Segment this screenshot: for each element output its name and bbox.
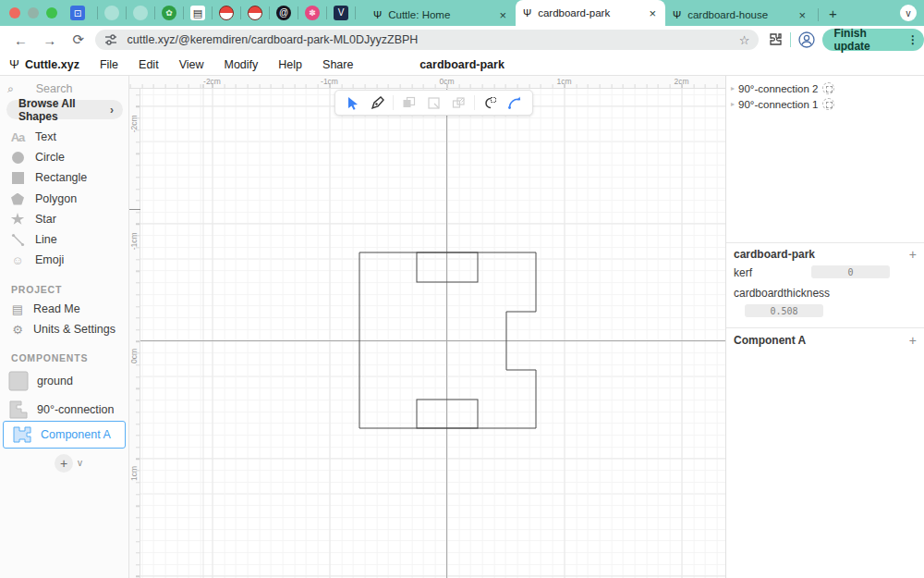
pinned-tab-icon[interactable]: ✿	[162, 6, 176, 20]
divider	[154, 6, 155, 19]
outline-item-90-connection-2[interactable]: ▸ 90°-connection 2	[726, 80, 924, 96]
pinned-tab-icon[interactable]: V	[334, 6, 348, 20]
window-maximize-button[interactable]	[46, 7, 57, 18]
ruler-label: 1cm	[129, 466, 139, 481]
param-name-kerf: kerf	[734, 266, 752, 279]
menu-file[interactable]: File	[100, 58, 118, 71]
tab-close-icon[interactable]: ×	[497, 8, 508, 22]
divider	[126, 6, 127, 19]
sidebar-item-units-settings[interactable]: ⚙ Units & Settings	[0, 319, 129, 339]
divider	[790, 32, 791, 47]
cuttle-logo-icon: Ψ	[9, 57, 19, 71]
component-item-component-a[interactable]: Component A	[3, 421, 126, 449]
tab-cuttle-home[interactable]: Ψ Cuttle: Home ×	[366, 4, 516, 26]
search-input[interactable]	[36, 82, 119, 95]
menu-help[interactable]: Help	[278, 58, 302, 71]
extensions-icon[interactable]	[768, 32, 783, 47]
shape-item-emoji[interactable]: ☺ Emoji	[0, 250, 129, 270]
chevron-right-icon: ›	[110, 104, 114, 117]
finish-update-menu-icon[interactable]: ⋮	[907, 33, 918, 46]
browser-profile-avatar[interactable]: ⊡	[70, 6, 85, 20]
chevron-down-icon[interactable]: v	[78, 458, 82, 468]
window-close-button[interactable]	[9, 7, 20, 18]
search-icon: ⌕	[7, 82, 14, 95]
horizontal-ruler: -2cm -1cm 0cm 1cm 2cm	[129, 76, 725, 89]
project-params-title: cardboard-park	[734, 248, 909, 261]
add-parameter-button[interactable]: +	[909, 247, 917, 262]
tab-title: Cuttle: Home	[388, 9, 497, 20]
boolean-subtract-icon	[424, 93, 443, 112]
select-tool-icon[interactable]	[344, 93, 362, 112]
forward-button[interactable]: →	[42, 32, 57, 48]
tab-cardboard-park[interactable]: Ψ cardboard-park ×	[516, 0, 665, 26]
tab-cardboard-house[interactable]: Ψ cardboard-house ×	[665, 4, 815, 26]
pinned-tab-icon[interactable]: @	[276, 6, 291, 20]
url-text[interactable]: cuttle.xyz/@keremdiren/cardboard-park-ML…	[127, 33, 738, 46]
pinned-tab-icon[interactable]: ▤	[190, 6, 205, 20]
shape-item-circle[interactable]: Circle	[0, 147, 129, 167]
component-thumbnail	[8, 371, 29, 391]
outline-item-90-connection-1[interactable]: ▸ 90°-connection 1	[726, 96, 924, 112]
polygon-icon	[11, 193, 24, 205]
component-item-90-connection[interactable]: 90°-connection	[0, 396, 129, 424]
instance-badge-icon[interactable]	[822, 98, 834, 110]
finish-update-button[interactable]: Finish update ⋮	[822, 29, 924, 51]
bookmark-star-icon[interactable]: ☆	[739, 33, 750, 47]
shape-label: Circle	[35, 151, 65, 164]
site-info-icon[interactable]	[104, 33, 117, 46]
new-tab-button[interactable]: +	[829, 6, 837, 21]
tab-close-icon[interactable]: ×	[647, 6, 658, 20]
menu-edit[interactable]: Edit	[139, 58, 159, 71]
sidebar-item-readme[interactable]: ▤ Read Me	[0, 299, 129, 319]
add-component-button[interactable]: +	[55, 454, 73, 473]
param-value-kerf[interactable]: 0	[811, 265, 890, 278]
shape-item-polygon[interactable]: Polygon	[0, 189, 129, 209]
snap-grid-tool-icon[interactable]	[480, 93, 499, 112]
disclosure-triangle-icon[interactable]: ▸	[731, 84, 735, 92]
pinned-tab-icon[interactable]	[219, 6, 234, 20]
pinned-tab-icon[interactable]	[104, 6, 119, 20]
menu-modify[interactable]: Modify	[225, 58, 259, 71]
ruler-label: 0cm	[439, 77, 454, 86]
tab-close-icon[interactable]: ×	[796, 8, 808, 22]
shape-item-line[interactable]: Line	[0, 229, 129, 250]
window-minimize-button[interactable]	[28, 7, 39, 18]
disclosure-triangle-icon[interactable]: ▸	[731, 100, 735, 108]
menu-view[interactable]: View	[179, 58, 204, 71]
rectangle-icon	[12, 172, 24, 184]
gear-icon: ⚙	[7, 323, 28, 337]
add-parameter-button[interactable]: +	[909, 333, 917, 348]
tab-search-chevron-button[interactable]: v	[900, 5, 917, 21]
profile-icon[interactable]	[798, 31, 815, 48]
component-a-geometry[interactable]	[129, 76, 725, 578]
browse-all-shapes-button[interactable]: Browse All Shapes ›	[6, 100, 123, 119]
cuttle-favicon: Ψ	[373, 9, 382, 20]
project-params-section: cardboard-park +	[726, 245, 924, 264]
pinned-tab-icon[interactable]	[248, 6, 262, 20]
back-button[interactable]: ←	[13, 32, 29, 48]
cuttle-favicon: Ψ	[523, 7, 531, 18]
line-icon	[11, 233, 25, 247]
design-canvas[interactable]: -2cm -1cm 0cm 1cm 2cm -2cm -1cm 0cm 1cm …	[129, 76, 725, 578]
shape-label: Emoji	[35, 253, 64, 266]
search-row: ⌕	[0, 80, 129, 98]
pinned-tab-icon[interactable]: ✽	[305, 6, 320, 20]
boolean-union-icon	[400, 93, 419, 112]
param-value-cardboardthickness[interactable]: 0.508	[745, 304, 823, 317]
divider	[726, 242, 924, 243]
ruler-label: -2cm	[129, 115, 139, 132]
reload-button[interactable]: ⟳	[70, 31, 86, 48]
instance-badge-icon[interactable]	[822, 82, 834, 94]
address-bar[interactable]: cuttle.xyz/@keremdiren/cardboard-park-ML…	[95, 30, 759, 50]
rotate-copy-tool-icon[interactable]	[505, 93, 524, 112]
shape-item-text[interactable]: Aa Text	[0, 127, 129, 147]
pen-tool-icon[interactable]	[369, 93, 387, 112]
brand-name[interactable]: Cuttle.xyz	[25, 58, 79, 71]
component-item-ground[interactable]: ground	[0, 367, 129, 395]
shape-item-rectangle[interactable]: Rectangle	[0, 167, 129, 188]
components-section-header: COMPONENTS	[11, 352, 88, 363]
menu-share[interactable]: Share	[322, 58, 353, 71]
chrome-actions	[768, 31, 815, 48]
pinned-tab-icon[interactable]	[133, 6, 148, 20]
shape-item-star[interactable]: Star	[0, 209, 129, 229]
